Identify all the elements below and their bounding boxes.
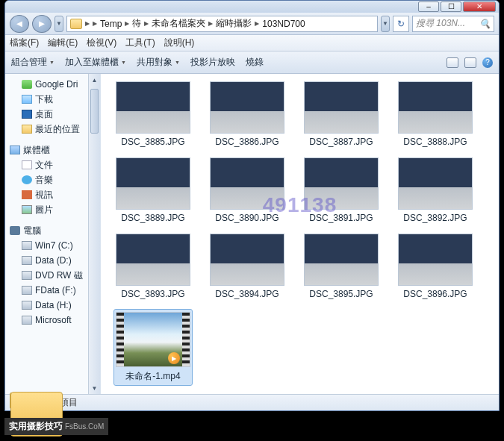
- sidebar-item-microsoft[interactable]: Microsoft: [10, 313, 100, 328]
- file-item[interactable]: DSC_3889.JPG: [114, 157, 192, 223]
- explorer-window: – ☐ ✕ ◄ ► ▼ ▶ Temp 待 未命名檔案夾 縮時攝影 103ND70…: [4, 0, 500, 411]
- include-button[interactable]: 加入至媒體櫃▼: [65, 56, 126, 69]
- sidebar-item-drive-h[interactable]: Data (H:): [10, 298, 100, 313]
- sidebar-item-drive-f[interactable]: FData (F:): [10, 283, 100, 298]
- close-button[interactable]: ✕: [463, 1, 496, 12]
- file-grid[interactable]: 491138 DSC_3885.JPGDSC_3886.JPGDSC_3887.…: [101, 74, 499, 394]
- sidebar-item-googledrive[interactable]: Google Dri: [10, 77, 100, 92]
- sidebar-item-dvd[interactable]: DVD RW 磁: [10, 268, 100, 283]
- file-item[interactable]: DSC_3887.JPG: [302, 81, 380, 147]
- file-item[interactable]: DSC_3891.JPG: [302, 157, 380, 223]
- history-dropdown[interactable]: ▼: [55, 16, 63, 32]
- forward-button[interactable]: ►: [32, 15, 52, 33]
- image-thumbnail: [116, 157, 190, 210]
- content-area: Google Dri 下載 桌面 最近的位置 媒體櫃 文件 音樂 視訊 圖片 電…: [5, 74, 499, 394]
- sidebar-item-documents[interactable]: 文件: [10, 157, 100, 172]
- menu-view[interactable]: 檢視(V): [87, 37, 116, 49]
- file-item[interactable]: DSC_3896.JPG: [396, 234, 474, 299]
- google-drive-icon: [22, 80, 32, 89]
- sidebar-item-recent[interactable]: 最近的位置: [10, 122, 100, 137]
- image-thumbnail: [210, 234, 284, 286]
- image-thumbnail: [116, 234, 190, 286]
- menu-edit[interactable]: 編輯(E): [48, 37, 78, 49]
- help-icon[interactable]: ?: [482, 57, 493, 68]
- file-name: DSC_3885.JPG: [121, 137, 184, 147]
- downloads-icon: [22, 95, 32, 104]
- image-thumbnail: [398, 81, 473, 134]
- menu-bar: 檔案(F) 編輯(E) 檢視(V) 工具(T) 說明(H): [5, 35, 499, 51]
- file-item[interactable]: ▶未命名-1.mp4: [114, 310, 192, 385]
- status-bar: 137 個項目: [5, 394, 499, 410]
- burn-button[interactable]: 燒錄: [246, 56, 264, 69]
- picture-icon: [22, 205, 32, 214]
- file-name: DSC_3894.JPG: [215, 289, 279, 299]
- organize-button[interactable]: 組合管理▼: [11, 56, 55, 69]
- file-item[interactable]: DSC_3895.JPG: [302, 234, 380, 299]
- scroll-thumb[interactable]: [90, 89, 99, 134]
- sidebar-scrollbar[interactable]: ▲ ▼: [88, 74, 100, 394]
- slideshow-button[interactable]: 投影片放映: [190, 56, 235, 69]
- image-thumbnail: [116, 81, 190, 134]
- file-item[interactable]: DSC_3892.JPG: [396, 157, 474, 223]
- drive-icon: [22, 316, 32, 325]
- navigation-pane[interactable]: Google Dri 下載 桌面 最近的位置 媒體櫃 文件 音樂 視訊 圖片 電…: [5, 74, 101, 394]
- sidebar-item-drive-c[interactable]: Win7 (C:): [10, 238, 100, 253]
- file-item[interactable]: DSC_3894.JPG: [208, 234, 286, 299]
- drive-icon: [22, 256, 32, 265]
- sidebar-header-computer[interactable]: 電腦: [10, 223, 100, 238]
- file-name: DSC_3889.JPG: [121, 213, 184, 223]
- sidebar-item-desktop[interactable]: 桌面: [10, 107, 100, 122]
- video-thumbnail: ▶: [116, 312, 190, 367]
- address-bar: ◄ ► ▼ ▶ Temp 待 未命名檔案夾 縮時攝影 103ND700 ▼ ↻ …: [5, 13, 499, 35]
- minimize-button[interactable]: –: [418, 1, 439, 12]
- search-input[interactable]: 搜尋 103N... 🔍: [412, 16, 494, 32]
- view-options-icon[interactable]: [447, 57, 458, 68]
- sidebar-item-music[interactable]: 音樂: [10, 172, 100, 187]
- image-thumbnail: [398, 157, 473, 210]
- scroll-up-icon[interactable]: ▲: [89, 74, 100, 86]
- folder-icon: [70, 19, 82, 29]
- file-item[interactable]: DSC_3886.JPG: [208, 81, 286, 147]
- recent-icon: [22, 125, 32, 134]
- menu-help[interactable]: 說明(H): [164, 37, 195, 49]
- path-dropdown[interactable]: ▼: [381, 16, 390, 32]
- breadcrumb-item[interactable]: Temp: [90, 19, 122, 29]
- file-name: DSC_3893.JPG: [121, 289, 184, 299]
- music-icon: [22, 175, 32, 184]
- scroll-down-icon[interactable]: ▼: [89, 382, 100, 394]
- breadcrumb-item[interactable]: 待: [122, 17, 141, 30]
- breadcrumb-item[interactable]: 103ND700: [252, 19, 305, 29]
- sidebar-header-libraries[interactable]: 媒體櫃: [10, 143, 100, 157]
- file-item[interactable]: DSC_3885.JPG: [114, 81, 192, 147]
- refresh-button[interactable]: ↻: [393, 16, 409, 32]
- back-button[interactable]: ◄: [10, 15, 29, 33]
- breadcrumb-item[interactable]: 縮時攝影: [205, 17, 252, 30]
- preview-pane-icon[interactable]: [464, 57, 476, 68]
- titlebar[interactable]: – ☐ ✕: [5, 1, 499, 13]
- sidebar-item-pictures[interactable]: 圖片: [10, 202, 100, 217]
- file-item[interactable]: DSC_3888.JPG: [396, 81, 474, 147]
- file-name: DSC_3886.JPG: [215, 137, 279, 147]
- sidebar-item-downloads[interactable]: 下載: [10, 92, 100, 107]
- file-item[interactable]: DSC_3893.JPG: [114, 234, 192, 299]
- image-thumbnail: [304, 157, 379, 210]
- image-thumbnail: [398, 234, 473, 286]
- image-thumbnail: [210, 157, 284, 210]
- share-button[interactable]: 共用對象▼: [137, 56, 180, 69]
- maximize-button[interactable]: ☐: [441, 1, 461, 12]
- file-name: DSC_3890.JPG: [215, 213, 279, 223]
- drive-icon: [22, 241, 32, 250]
- menu-file[interactable]: 檔案(F): [10, 37, 39, 49]
- sidebar-item-videos[interactable]: 視訊: [10, 187, 100, 202]
- breadcrumb-bar[interactable]: ▶ Temp 待 未命名檔案夾 縮時攝影 103ND700: [66, 16, 378, 32]
- file-name: DSC_3887.JPG: [309, 137, 373, 147]
- computer-icon: [10, 226, 20, 235]
- menu-tools[interactable]: 工具(T): [125, 37, 155, 49]
- file-name: DSC_3895.JPG: [309, 289, 373, 299]
- breadcrumb-item[interactable]: 未命名檔案夾: [141, 17, 205, 30]
- search-icon: 🔍: [479, 19, 491, 29]
- file-name: DSC_3892.JPG: [403, 213, 467, 223]
- toolbar: 組合管理▼ 加入至媒體櫃▼ 共用對象▼ 投影片放映 燒錄 ?: [5, 51, 499, 74]
- file-item[interactable]: DSC_3890.JPG: [208, 157, 286, 223]
- sidebar-item-drive-d[interactable]: Data (D:): [10, 253, 100, 268]
